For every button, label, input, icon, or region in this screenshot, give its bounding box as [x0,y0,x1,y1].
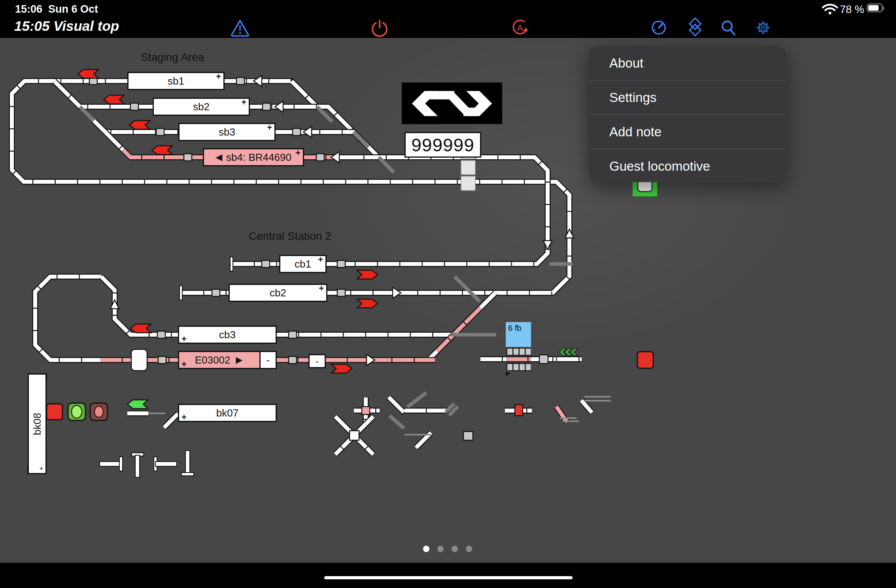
block-cb3[interactable]: cb3+ [178,326,277,344]
staging-area-label: Staging Area [141,51,204,64]
home-indicator[interactable] [324,576,573,579]
menu-item-settings[interactable]: Settings [589,80,786,115]
block-e03002-minus[interactable]: - [259,351,277,369]
block-bk07[interactable]: bk07+ [178,404,277,422]
route-flag[interactable] [357,270,378,279]
direction-arrow-icon [275,101,283,112]
block-sb2[interactable]: sb2+ [153,98,250,116]
block-label: cb2 [270,287,286,299]
block-sb4-occupied[interactable]: ◀ sb4: BR44690+ [203,148,304,166]
settings-menu: About Settings Add note Guest locomotive [589,46,786,182]
block-bk08[interactable]: bk08 + [28,373,47,474]
central-station-label: Central Station 2 [249,230,331,243]
route-flag[interactable] [357,299,378,308]
block-label: cb3 [219,329,236,341]
signal-red-square[interactable] [47,404,62,420]
route-flag[interactable] [331,364,352,373]
block-label: sb2 [193,101,210,113]
stop-signal-red-square[interactable] [637,352,653,368]
page-dot-4[interactable] [466,546,472,552]
app-root: 15:06 Sun 6 Oct 78 % 15:05 Visual top [0,0,896,588]
route-flag[interactable] [129,121,150,129]
direction-right-icon: ▶ [236,356,242,364]
block-label: sb4: BR44690 [226,151,291,164]
block-label: E03002 [195,354,231,366]
block-label: bk08 [31,413,43,435]
direction-arrow-icon [331,152,339,163]
route-flag[interactable] [152,146,172,155]
direction-arrow-icon [393,287,401,298]
bottom-bar [0,563,896,588]
block-label: sb1 [168,75,184,87]
route-flag[interactable] [78,70,98,78]
page-dot-1[interactable] [423,546,429,552]
direction-arrow-icon [253,75,262,87]
direction-left-icon: ◀ [215,153,222,162]
counter-value: 999999 [411,134,474,156]
menu-item-guest-locomotive[interactable]: Guest locomotive [589,149,786,182]
feedback-label: 6 fb [508,324,521,332]
page-dot-2[interactable] [437,546,444,552]
ns-logo [402,83,502,124]
menu-item-about[interactable]: About [589,46,786,80]
route-flag[interactable] [127,400,148,409]
block-label: cb1 [295,258,311,270]
page-dot-3[interactable] [452,546,458,552]
direction-arrow-icon [565,229,574,238]
direction-arrow-icon [110,300,119,309]
minus-box[interactable]: - [308,354,326,368]
feedback-decoder-box[interactable]: 6 fb [506,322,531,347]
direction-arrow-icon [303,126,312,138]
speed-chevrons-green-icon [571,349,577,356]
menu-item-add-note[interactable]: Add note [589,115,786,149]
route-flag[interactable] [104,95,124,104]
block-sb1[interactable]: sb1+ [127,72,225,90]
block-cb2[interactable]: cb2+ [229,284,327,302]
counter-display: 999999 [405,132,481,158]
block-e03002-occupied[interactable]: E03002 ▶ + - [178,351,277,369]
block-sb3[interactable]: sb3+ [178,123,276,141]
direction-arrow-icon [367,354,375,366]
block-label: sb3 [219,126,235,138]
direction-arrow-icon [543,241,552,249]
block-label: bk07 [216,407,238,419]
block-cb1[interactable]: cb1+ [279,255,327,273]
page-indicator [423,546,472,552]
route-flag[interactable] [130,324,151,333]
